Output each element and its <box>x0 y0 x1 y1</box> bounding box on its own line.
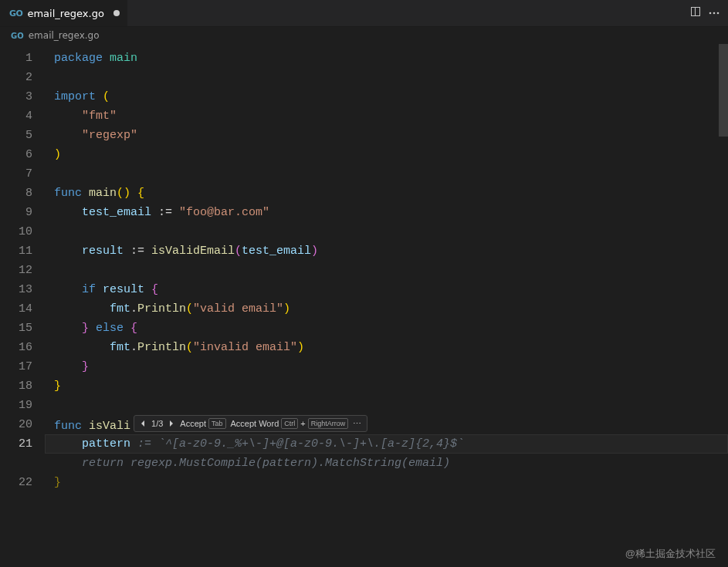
watermark: @稀土掘金技术社区 <box>625 547 716 561</box>
line-number: 22 <box>0 473 32 492</box>
vertical-scrollbar[interactable] <box>719 44 728 137</box>
line-number: 7 <box>0 164 32 184</box>
line-number: 5 <box>0 126 32 145</box>
line-number-gutter: 12345678910111213141516171819202122 <box>0 44 45 567</box>
breadcrumb-filename: email_regex.go <box>29 30 100 41</box>
tab-email-regex[interactable]: GO email_regex.go <box>0 0 127 26</box>
line-number: 11 <box>0 241 32 261</box>
line-number: 4 <box>0 106 32 126</box>
line-number: 8 <box>0 184 32 203</box>
toolbar-more-icon[interactable]: ⋯ <box>353 414 362 434</box>
tab-filename: email_regex.go <box>27 8 103 19</box>
code-line[interactable]: ) <box>54 145 728 164</box>
code-line[interactable]: } else { <box>54 319 728 338</box>
code-line[interactable]: "regexp" <box>54 126 728 145</box>
code-line[interactable] <box>54 222 728 241</box>
code-line[interactable]: func isVali 1/3 AcceptTab Accept WordCtr… <box>54 415 728 434</box>
code-line[interactable]: fmt.Println("invalid email") <box>54 338 728 357</box>
breadcrumb[interactable]: GO email_regex.go <box>0 27 728 44</box>
line-number: 10 <box>0 222 32 241</box>
inline-suggestion-toolbar[interactable]: 1/3 AcceptTab Accept WordCtrl+RightArrow… <box>134 415 367 432</box>
editor-frame: GO email_regex.go GO email_regex.go 1234… <box>0 0 728 567</box>
line-number: 2 <box>0 68 32 87</box>
go-file-icon: GO <box>11 32 24 40</box>
tab-bar: GO email_regex.go <box>0 0 728 27</box>
split-editor-icon[interactable] <box>689 5 702 21</box>
line-number: 17 <box>0 357 32 376</box>
line-number: 9 <box>0 203 32 222</box>
line-number: 20 <box>0 415 32 434</box>
suggestion-counter: 1/3 <box>151 414 163 434</box>
line-number: 19 <box>0 396 32 415</box>
accept-word-button[interactable]: Accept WordCtrl+RightArrow <box>231 414 349 434</box>
code-line[interactable] <box>54 68 728 87</box>
code-line[interactable]: } <box>54 473 728 492</box>
code-line[interactable]: pattern := `^[a-z0-9._%+\-]+@[a-z0-9.\-]… <box>45 434 728 454</box>
line-number: 1 <box>0 49 32 68</box>
code-line[interactable]: package main <box>54 49 728 68</box>
code-line[interactable]: test_email := "foo@bar.com" <box>54 203 728 222</box>
line-number: 21 <box>0 434 32 454</box>
code-line[interactable] <box>54 164 728 184</box>
line-number: 16 <box>0 338 32 357</box>
code-line[interactable]: fmt.Println("valid email") <box>54 299 728 319</box>
line-number: 12 <box>0 261 32 280</box>
code-line[interactable]: import ( <box>54 87 728 106</box>
svg-point-1 <box>713 12 716 15</box>
dirty-indicator-icon <box>113 10 120 16</box>
line-number: 14 <box>0 299 32 319</box>
line-number: 15 <box>0 319 32 338</box>
more-actions-icon[interactable] <box>708 7 720 19</box>
accept-button[interactable]: AcceptTab <box>180 414 225 434</box>
svg-point-2 <box>717 12 720 15</box>
code-line[interactable]: "fmt" <box>54 106 728 126</box>
code-line[interactable]: } <box>54 357 728 376</box>
code-area[interactable]: 12345678910111213141516171819202122 pack… <box>0 44 728 567</box>
code-lines[interactable]: package mainimport ( "fmt" "regexp")func… <box>45 44 728 567</box>
code-line[interactable]: } <box>54 376 728 396</box>
code-line[interactable] <box>54 396 728 415</box>
line-number: 13 <box>0 280 32 299</box>
code-line[interactable]: func main() { <box>54 184 728 203</box>
code-line[interactable] <box>54 261 728 280</box>
line-number: 6 <box>0 145 32 164</box>
line-number: 18 <box>0 376 32 396</box>
go-file-icon: GO <box>9 8 22 19</box>
svg-point-0 <box>709 12 712 15</box>
prev-suggestion-icon[interactable] <box>139 420 147 427</box>
code-line[interactable]: result := isValidEmail(test_email) <box>54 241 728 261</box>
ghost-suggestion-line: return regexp.MustCompile(pattern).Match… <box>45 454 728 473</box>
line-number: 3 <box>0 87 32 106</box>
tab-actions <box>689 5 728 21</box>
next-suggestion-icon[interactable] <box>168 420 175 427</box>
code-line[interactable]: if result { <box>54 280 728 299</box>
